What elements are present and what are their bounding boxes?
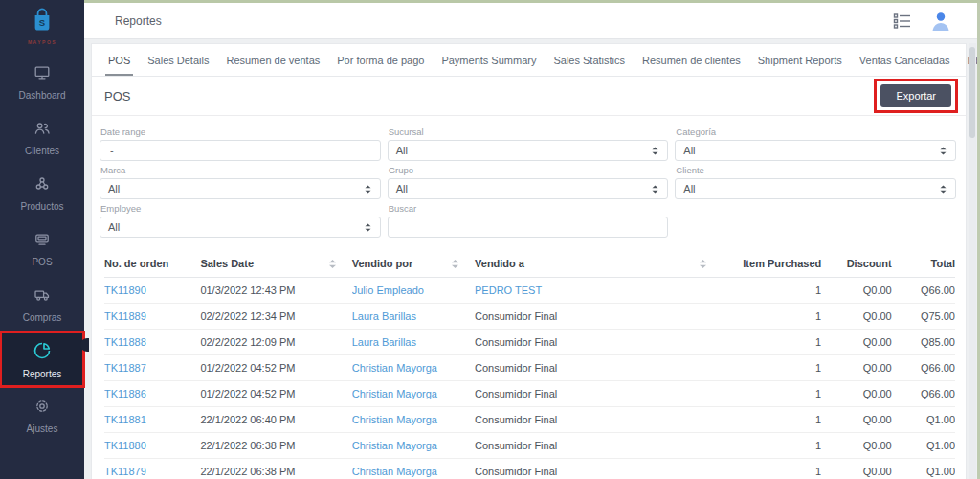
app-logo[interactable]: S MAYPOS	[0, 0, 84, 48]
filter-input-date-range[interactable]	[108, 144, 372, 157]
order-link[interactable]: TK11888	[104, 336, 146, 348]
sidebar-item-label: Ajustes	[27, 423, 58, 434]
select-arrows-icon	[939, 184, 947, 194]
topbar-title: Reportes	[115, 14, 162, 28]
column-header-vendido-a[interactable]: Vendido a	[475, 249, 723, 278]
sales-date: 22/1/2022 06:38 PM	[200, 466, 295, 477]
export-button[interactable]: Exportar	[880, 84, 951, 107]
user-avatar-icon[interactable]	[929, 10, 952, 33]
filter-select-categoría[interactable]: All	[675, 140, 956, 161]
seller-link[interactable]: Julio Empleado	[352, 285, 424, 296]
sort-icon[interactable]	[699, 259, 707, 269]
dashboard-icon	[33, 63, 52, 86]
filter-label: Date range	[100, 126, 381, 137]
tab-payments-summary[interactable]: Payments Summary	[433, 44, 545, 76]
items-purchased: 1	[815, 362, 821, 374]
filter-label: Categoría	[676, 126, 956, 137]
order-link[interactable]: TK11886	[104, 388, 146, 399]
filter-label: Buscar	[389, 203, 669, 214]
tab-sales-details[interactable]: Sales Details	[139, 44, 217, 76]
pie-chart-icon	[32, 340, 53, 365]
sales-date: 01/2/2022 04:52 PM	[200, 388, 295, 399]
filter-select-cliente[interactable]: All	[675, 178, 956, 199]
sidebar-item-pos[interactable]: POS	[0, 220, 84, 276]
select-arrows-icon	[364, 184, 372, 194]
filter-label: Marca	[100, 165, 381, 175]
seller-link[interactable]: Christian Mayorga	[352, 388, 437, 399]
buyer-link[interactable]: PEDRO TEST	[475, 285, 542, 296]
seller-link[interactable]: Christian Mayorga	[352, 414, 437, 425]
seller-link[interactable]: Christian Mayorga	[352, 466, 437, 477]
table-row: TK1188701/2/2022 04:52 PMChristian Mayor…	[104, 355, 955, 381]
select-value: All	[683, 183, 695, 194]
seller-link[interactable]: Laura Barillas	[352, 310, 416, 322]
vertical-scrollbar[interactable]	[969, 43, 976, 479]
total-amount: Q1.00	[926, 414, 955, 425]
sidebar-nav: DashboardClientesProductosPOSComprasRepo…	[0, 48, 84, 443]
column-header-no-de-orden: No. de orden	[104, 249, 200, 278]
filter-marca: MarcaAll	[100, 165, 381, 199]
column-header-item-purchased: Item Purchased	[723, 249, 821, 278]
sidebar-item-clientes[interactable]: Clientes	[0, 109, 84, 165]
filter-select-grupo[interactable]: All	[388, 178, 669, 199]
order-link[interactable]: TK11890	[104, 285, 146, 296]
export-annotation-box: Exportar	[874, 79, 958, 113]
seller-link[interactable]: Christian Mayorga	[352, 362, 437, 374]
sidebar-item-compras[interactable]: Compras	[0, 276, 84, 331]
top-edge-strip	[84, 0, 980, 3]
column-header-label: Vendido por	[352, 258, 413, 269]
table-row: TK1188022/1/2022 06:38 PMChristian Mayor…	[104, 433, 955, 459]
sidebar-item-dashboard[interactable]: Dashboard	[0, 54, 84, 109]
select-value: All	[683, 145, 695, 156]
order-link[interactable]: TK11887	[104, 362, 146, 374]
column-header-sales-date[interactable]: Sales Date	[200, 249, 351, 278]
order-link[interactable]: TK11889	[104, 310, 146, 322]
sidebar-item-label: Clientes	[25, 146, 59, 156]
select-arrows-icon	[651, 184, 659, 194]
sidebar-item-label: Compras	[23, 312, 62, 323]
table-header-row: No. de ordenSales DateVendido porVendido…	[104, 249, 955, 278]
tab-por-forma-de-pago[interactable]: Por forma de pago	[328, 44, 433, 76]
scrollbar-thumb[interactable]	[969, 47, 975, 138]
items-purchased: 1	[815, 310, 821, 322]
sidebar-item-ajustes[interactable]: Ajustes	[0, 387, 84, 443]
tab-shipment-reports[interactable]: Shipment Reports	[749, 44, 851, 76]
table-row: TK1188902/2/2022 12:34 PMLaura BarillasC…	[104, 304, 955, 330]
filter-select-marca[interactable]: All	[100, 178, 381, 199]
filter-select-employee[interactable]: All	[100, 217, 381, 238]
tab-pos[interactable]: POS	[100, 44, 139, 76]
total-amount: Q66.00	[921, 388, 955, 399]
discount-amount: Q0.00	[863, 388, 892, 399]
column-header-discount: Discount	[821, 249, 891, 278]
sidebar: S MAYPOS DashboardClientesProductosPOSCo…	[0, 0, 84, 479]
sidebar-item-label: Productos	[20, 201, 63, 212]
filter-select-sucursal[interactable]: All	[388, 140, 669, 161]
sort-icon[interactable]	[451, 259, 459, 269]
order-link[interactable]: TK11880	[104, 440, 146, 451]
order-link[interactable]: TK11881	[104, 414, 146, 425]
report-card: POSSales DetailsResumen de ventasPor for…	[91, 43, 967, 479]
column-header-vendido-por[interactable]: Vendido por	[352, 249, 475, 278]
tab-ventas-canceladas[interactable]: Ventas Canceladas	[851, 44, 959, 76]
filter-grupo: GrupoAll	[388, 165, 669, 199]
select-value: All	[108, 183, 120, 194]
sidebar-item-reportes[interactable]: Reportes	[0, 331, 84, 387]
pointer-artifact	[80, 338, 89, 352]
discount-amount: Q0.00	[863, 310, 892, 322]
task-list-icon[interactable]	[893, 12, 912, 30]
order-link[interactable]: TK11879	[104, 466, 146, 477]
sort-icon[interactable]	[328, 259, 337, 269]
tab-sales-statistics[interactable]: Sales Statistics	[545, 44, 634, 76]
filter-input-buscar[interactable]	[396, 220, 660, 234]
tab-resumen-de-ventas[interactable]: Resumen de ventas	[217, 44, 328, 76]
seller-link[interactable]: Laura Barillas	[352, 336, 416, 348]
gear-icon	[33, 397, 52, 420]
filters-grid: Date rangeSucursalAllCategoríaAllMarcaAl…	[92, 116, 966, 245]
seller-link[interactable]: Christian Mayorga	[352, 440, 437, 451]
discount-amount: Q0.00	[863, 336, 892, 348]
buyer-name: Consumidor Final	[475, 440, 557, 451]
svg-text:S: S	[39, 17, 45, 28]
clients-icon	[33, 119, 52, 142]
sidebar-item-productos[interactable]: Productos	[0, 165, 84, 220]
tab-resumen-de-clientes[interactable]: Resumen de clientes	[634, 44, 749, 76]
